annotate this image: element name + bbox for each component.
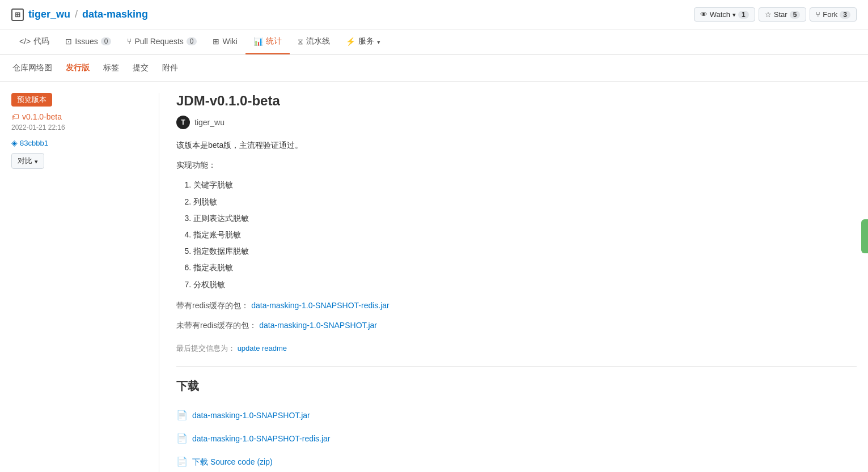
tab-wiki[interactable]: ⊞ Wiki	[205, 30, 245, 54]
download-name-2: data-masking-1.0-SNAPSHOT-redis.jar	[192, 432, 331, 446]
code-icon: </>	[19, 37, 31, 46]
fork-label: Fork	[823, 10, 837, 19]
pipeline-icon: ⧖	[298, 37, 303, 46]
tab-services[interactable]: ⚡ 服务	[338, 29, 388, 54]
eye-icon	[700, 10, 708, 19]
top-bar: ⊞ tiger_wu / data-masking Watch 1 Star 5…	[0, 0, 868, 29]
services-chevron-icon	[377, 37, 380, 46]
wiki-icon: ⊞	[213, 37, 219, 46]
compare-button[interactable]: 对比	[11, 153, 44, 169]
star-icon	[765, 10, 772, 19]
file-icon-3: 📄	[176, 454, 188, 470]
download-item-3[interactable]: 📄 下载 Source code (zip)	[176, 450, 857, 472]
file-icon-1: 📄	[176, 407, 188, 424]
redis-pkg-label: 带有redis缓存的包：	[176, 301, 249, 310]
fork-button[interactable]: Fork 3	[810, 7, 857, 22]
last-commit-line: 最后提交信息为： update readme	[176, 342, 857, 355]
fork-icon	[816, 10, 820, 19]
issues-badge: 0	[101, 37, 112, 45]
author-avatar: T	[176, 116, 190, 129]
tab-stats-label: 统计	[266, 36, 282, 46]
sidebar: 预览版本 🏷 v0.1.0-beta 2022-01-21 22:16 ◈ 83…	[11, 93, 147, 472]
tab-code-label: 代码	[33, 36, 49, 46]
last-commit-link[interactable]: update readme	[238, 344, 287, 352]
top-actions: Watch 1 Star 5 Fork 3	[694, 7, 857, 22]
tab-issues[interactable]: ⊡ Issues 0	[57, 30, 119, 54]
release-date: 2022-01-21 22:16	[11, 124, 147, 131]
feature-2: 列脱敏	[193, 195, 857, 209]
no-redis-pkg-label: 未带有redis缓存的包：	[176, 321, 257, 330]
last-commit-label: 最后提交信息为：	[176, 344, 235, 352]
no-redis-pkg-link[interactable]: data-masking-1.0-SNAPSHOT.jar	[259, 321, 377, 330]
redis-pkg-line: 带有redis缓存的包： data-masking-1.0-SNAPSHOT-r…	[176, 299, 857, 313]
feature-1: 关键字脱敏	[193, 178, 857, 192]
redis-pkg-link[interactable]: data-masking-1.0-SNAPSHOT-redis.jar	[251, 301, 389, 310]
release-title: JDM-v0.1.0-beta	[176, 93, 857, 109]
desc-line2: 实现功能：	[176, 158, 857, 172]
desc-line1: 该版本是beta版，主流程验证通过。	[176, 138, 857, 152]
subnav-releases[interactable]: 发行版	[65, 61, 91, 75]
tag-version: v0.1.0-beta	[22, 112, 62, 121]
compare-chevron-icon	[35, 157, 38, 165]
feature-5: 指定数据库脱敏	[193, 244, 857, 258]
main-layout: 预览版本 🏷 v0.1.0-beta 2022-01-21 22:16 ◈ 83…	[0, 82, 868, 472]
tag-icon: 🏷	[11, 112, 19, 121]
feature-6: 指定表脱敏	[193, 261, 857, 275]
download-item-2[interactable]: 📄 data-masking-1.0-SNAPSHOT-redis.jar	[176, 427, 857, 450]
tab-issues-label: Issues	[75, 37, 98, 46]
tab-services-label: 服务	[358, 36, 374, 46]
services-icon: ⚡	[346, 37, 355, 46]
author-name[interactable]: tiger_wu	[194, 118, 225, 127]
divider	[176, 366, 857, 367]
release-tag[interactable]: 🏷 v0.1.0-beta	[11, 112, 147, 121]
tab-pull-requests[interactable]: ⑂ Pull Requests 0	[119, 30, 205, 54]
subnav-tags[interactable]: 标签	[102, 61, 120, 75]
no-redis-pkg-line: 未带有redis缓存的包： data-masking-1.0-SNAPSHOT.…	[176, 318, 857, 333]
feature-7: 分权脱敏	[193, 278, 857, 292]
download-name-3: 下载 Source code (zip)	[192, 455, 273, 469]
star-button[interactable]: Star 5	[759, 7, 807, 22]
subnav-commits[interactable]: 提交	[132, 61, 150, 75]
feature-3: 正则表达式脱敏	[193, 211, 857, 226]
preview-badge: 预览版本	[11, 93, 52, 107]
features-list: 关键字脱敏 列脱敏 正则表达式脱敏 指定账号脱敏 指定数据库脱敏 指定表脱敏 分…	[176, 178, 857, 291]
subnav-attachments[interactable]: 附件	[161, 61, 179, 75]
commit-hash: 83cbbb1	[20, 139, 48, 147]
watch-label: Watch	[710, 10, 730, 19]
scroll-indicator[interactable]	[861, 219, 868, 253]
tab-pipeline[interactable]: ⧖ 流水线	[290, 29, 338, 54]
pr-icon: ⑂	[127, 37, 132, 46]
release-content: JDM-v0.1.0-beta T tiger_wu 该版本是beta版，主流程…	[159, 93, 857, 472]
subnav-network[interactable]: 仓库网络图	[11, 61, 53, 75]
stats-icon: 📊	[253, 37, 263, 46]
download-name-1: data-masking-1.0-SNAPSHOT.jar	[192, 409, 310, 423]
pr-badge: 0	[187, 37, 197, 45]
repo-name[interactable]: data-masking	[82, 8, 148, 20]
commit-icon: ◈	[11, 138, 18, 147]
download-item-1[interactable]: 📄 data-masking-1.0-SNAPSHOT.jar	[176, 404, 857, 427]
nav-tabs: </> 代码 ⊡ Issues 0 ⑂ Pull Requests 0 ⊞ Wi…	[0, 29, 868, 55]
commit-ref[interactable]: ◈ 83cbbb1	[11, 138, 147, 147]
download-section: 下载 📄 data-masking-1.0-SNAPSHOT.jar 📄 dat…	[176, 366, 857, 472]
tab-stats[interactable]: 📊 统计	[245, 29, 290, 54]
author-initial: T	[181, 118, 185, 126]
tab-wiki-label: Wiki	[222, 37, 237, 46]
star-count: 5	[790, 11, 801, 19]
fork-count: 3	[840, 11, 850, 19]
owner-name[interactable]: tiger_wu	[28, 8, 70, 20]
feature-4: 指定账号脱敏	[193, 228, 857, 242]
watch-count: 1	[738, 11, 749, 19]
separator: /	[75, 8, 78, 20]
repo-title: ⊞ tiger_wu / data-masking	[11, 8, 148, 21]
file-icon-2: 📄	[176, 431, 188, 447]
tab-code[interactable]: </> 代码	[11, 29, 57, 54]
release-body: 该版本是beta版，主流程验证通过。 实现功能： 关键字脱敏 列脱敏 正则表达式…	[176, 138, 857, 472]
compare-label: 对比	[18, 156, 32, 166]
watch-chevron-icon	[732, 10, 736, 19]
repo-icon: ⊞	[11, 8, 24, 21]
sub-nav: 仓库网络图 发行版 标签 提交 附件	[0, 55, 868, 82]
download-title: 下载	[176, 376, 857, 396]
star-label: Star	[774, 10, 787, 19]
tab-pipeline-label: 流水线	[306, 36, 330, 46]
watch-button[interactable]: Watch 1	[694, 7, 755, 22]
